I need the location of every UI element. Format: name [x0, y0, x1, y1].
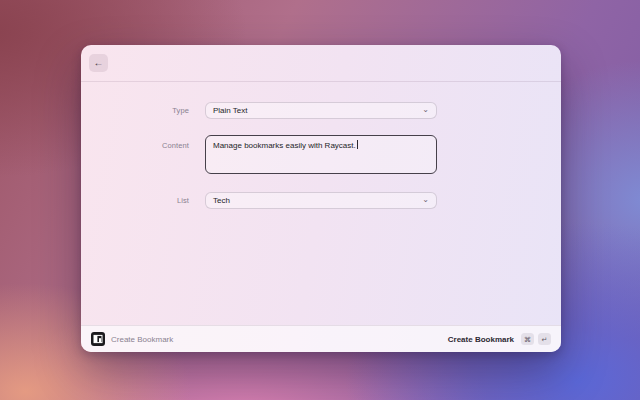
- footer-command-name: Create Bookmark: [111, 335, 173, 344]
- create-bookmark-form: Type Plain Text ⌄ Content Manage bookmar…: [81, 82, 561, 209]
- bookmarks-extension-icon: [91, 332, 105, 346]
- form-row-type: Type Plain Text ⌄: [81, 102, 561, 119]
- list-dropdown-value: Tech: [213, 196, 230, 205]
- content-textarea[interactable]: Manage bookmarks easily with Raycast.: [205, 135, 437, 174]
- create-bookmark-action[interactable]: Create Bookmark ⌘ ↵: [448, 333, 551, 345]
- list-label: List: [81, 196, 189, 205]
- return-key-badge: ↵: [538, 333, 551, 345]
- raycast-window: ← Type Plain Text ⌄ Content Manage bookm…: [81, 45, 561, 352]
- window-header: ←: [81, 45, 561, 82]
- content-text: Manage bookmarks easily with Raycast.: [213, 141, 356, 150]
- type-dropdown[interactable]: Plain Text ⌄: [205, 102, 437, 119]
- back-button[interactable]: ←: [89, 54, 108, 72]
- text-caret: [357, 140, 358, 149]
- type-label: Type: [81, 106, 189, 115]
- chevron-down-icon: ⌄: [422, 106, 429, 114]
- window-footer: Create Bookmark Create Bookmark ⌘ ↵: [81, 325, 561, 352]
- command-key-badge: ⌘: [521, 333, 534, 345]
- footer-command-info: Create Bookmark: [91, 332, 173, 346]
- primary-action-label: Create Bookmark: [448, 335, 514, 344]
- chevron-down-icon: ⌄: [422, 196, 429, 204]
- content-label: Content: [81, 141, 189, 150]
- type-dropdown-value: Plain Text: [213, 106, 248, 115]
- desktop-background: ← Type Plain Text ⌄ Content Manage bookm…: [0, 0, 640, 400]
- back-arrow-icon: ←: [94, 58, 104, 68]
- form-row-list: List Tech ⌄: [81, 192, 561, 209]
- list-dropdown[interactable]: Tech ⌄: [205, 192, 437, 209]
- form-row-content: Content Manage bookmarks easily with Ray…: [81, 135, 561, 174]
